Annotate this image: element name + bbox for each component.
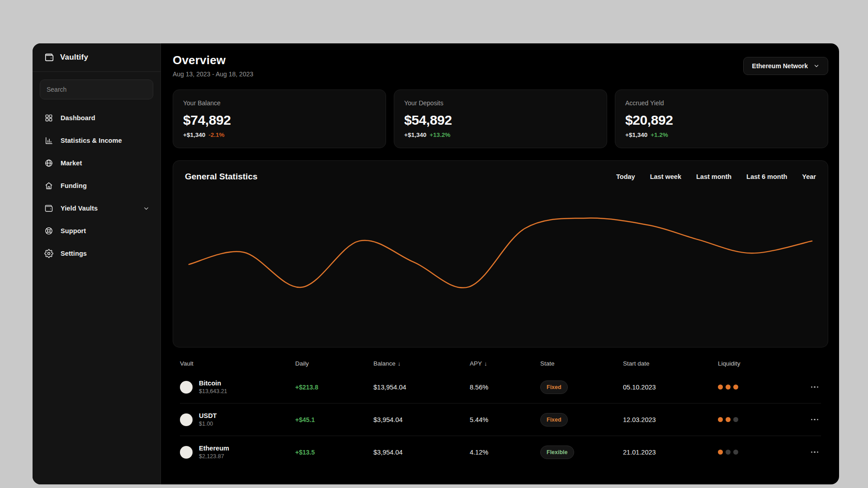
chevron-down-icon [143, 205, 150, 212]
sidebar-item-dashboard[interactable]: Dashboard [33, 107, 160, 129]
gear-icon [44, 249, 53, 258]
chart-line [189, 218, 812, 288]
chart-title: General Statistics [185, 172, 258, 182]
stat-percent: -2.1% [208, 131, 224, 138]
sidebar-item-support[interactable]: Support [33, 220, 160, 242]
time-filters: TodayLast weekLast monthLast 6 monthYear [616, 173, 816, 180]
page-title: Overview [173, 53, 253, 67]
sidebar-item-settings[interactable]: Settings [33, 242, 160, 265]
logo: Vaultify [33, 43, 160, 72]
row-more-button[interactable] [808, 449, 821, 456]
sidebar-item-label: Yield Vaults [61, 205, 98, 212]
apy-value: 5.44% [470, 416, 540, 423]
liquidity-indicator [718, 385, 794, 389]
stat-value: $74,892 [183, 113, 376, 128]
stat-value: $54,892 [404, 113, 597, 128]
sidebar-item-label: Settings [61, 250, 87, 257]
liquidity-dot [726, 385, 731, 389]
column-header-apy[interactable]: APY↓ [470, 360, 540, 367]
home-icon [44, 181, 53, 190]
stat-cards: Your Balance$74,892+$1,340-2.1%Your Depo… [173, 89, 828, 148]
app-title: Vaultify [60, 53, 88, 62]
vault-name: USDT [199, 412, 217, 419]
column-label: Liquidity [718, 360, 741, 367]
daily-change: +$213.8 [295, 384, 373, 391]
start-date: 21.01.2023 [623, 449, 718, 456]
state-badge: Flexible [540, 446, 574, 459]
column-header-balance[interactable]: Balance↓ [373, 360, 470, 367]
table-body: Bitcoin $13,643.21+$213.8$13,954.048.56%… [180, 371, 821, 468]
grid-icon [44, 113, 53, 122]
start-date: 12.03.2023 [623, 416, 718, 423]
sidebar-item-market[interactable]: Market [33, 152, 160, 174]
vault-avatar [180, 381, 193, 394]
network-selector[interactable]: Ethereum Network [743, 57, 828, 75]
sort-arrow-icon: ↓ [484, 360, 487, 367]
general-statistics-card: General Statistics TodayLast weekLast mo… [173, 160, 828, 347]
app-window: Vaultify DashboardStatistics & IncomeMar… [33, 43, 839, 484]
apy-value: 8.56% [470, 384, 540, 391]
sidebar-item-yield-vaults[interactable]: Yield Vaults [33, 197, 160, 220]
column-header-vault: Vault [180, 360, 295, 367]
vault-price: $1.00 [199, 421, 217, 427]
stat-value: $20,892 [625, 113, 818, 128]
vault-price: $13,643.21 [199, 388, 227, 394]
stat-percent: +1.2% [651, 131, 668, 138]
row-more-button[interactable] [808, 416, 821, 423]
sidebar-item-label: Statistics & Income [61, 137, 122, 144]
chevron-down-icon [813, 63, 820, 69]
search-input[interactable] [40, 80, 153, 99]
daily-change: +$45.1 [295, 416, 373, 423]
filter-today[interactable]: Today [616, 173, 635, 180]
wallet-icon [44, 52, 54, 62]
stat-label: Your Deposits [404, 99, 597, 107]
vaults-table: VaultDailyBalance↓APY↓StateStart dateLiq… [173, 356, 828, 468]
start-date: 05.10.2023 [623, 384, 718, 391]
sidebar-item-label: Funding [61, 182, 87, 189]
stat-label: Accrued Yield [625, 99, 818, 107]
column-label: State [540, 360, 555, 367]
liquidity-dot [718, 450, 723, 455]
filter-last-month[interactable]: Last month [696, 173, 731, 180]
sidebar: Vaultify DashboardStatistics & IncomeMar… [33, 43, 161, 484]
balance-value: $3,954.04 [373, 416, 470, 423]
bar-chart-icon [44, 136, 53, 145]
line-chart [185, 188, 816, 341]
vault-avatar [180, 413, 193, 426]
liquidity-dot [718, 385, 723, 389]
table-row-ethereum[interactable]: Ethereum $2,123.87+$13.5$3,954.044.12%Fl… [180, 436, 821, 468]
sidebar-item-label: Market [61, 160, 82, 167]
date-range: Aug 13, 2023 - Aug 18, 2023 [173, 70, 253, 78]
table-row-bitcoin[interactable]: Bitcoin $13,643.21+$213.8$13,954.048.56%… [180, 371, 821, 403]
state-badge: Fixed [540, 380, 568, 394]
apy-value: 4.12% [470, 449, 540, 456]
globe-icon [44, 159, 53, 168]
stat-card-your-deposits: Your Deposits$54,892+$1,340+13.2% [394, 89, 607, 148]
wallet-icon [44, 204, 53, 213]
liquidity-indicator [718, 417, 794, 422]
column-label: Daily [295, 360, 309, 367]
vault-price: $2,123.87 [199, 453, 229, 460]
liquidity-indicator [718, 450, 794, 455]
column-label: Vault [180, 360, 193, 367]
sidebar-item-label: Dashboard [61, 114, 95, 122]
table-row-usdt[interactable]: USDT $1.00+$45.1$3,954.045.44%Fixed12.03… [180, 403, 821, 436]
filter-last-week[interactable]: Last week [650, 173, 681, 180]
column-header-start-date: Start date [623, 360, 718, 367]
stat-delta: +$1,340 [625, 131, 647, 138]
column-label: Start date [623, 360, 650, 367]
sort-arrow-icon: ↓ [398, 360, 401, 367]
network-selector-label: Ethereum Network [752, 62, 808, 70]
table-header: VaultDailyBalance↓APY↓StateStart dateLiq… [180, 356, 821, 371]
filter-last-6-month[interactable]: Last 6 month [746, 173, 787, 180]
sidebar-item-funding[interactable]: Funding [33, 174, 160, 197]
lifebuoy-icon [44, 226, 53, 235]
state-badge: Fixed [540, 413, 568, 427]
row-more-button[interactable] [808, 384, 821, 391]
column-header-daily: Daily [295, 360, 373, 367]
liquidity-dot [733, 450, 738, 455]
sidebar-item-statistics-income[interactable]: Statistics & Income [33, 129, 160, 152]
liquidity-dot [726, 450, 731, 455]
vault-avatar [180, 446, 193, 459]
filter-year[interactable]: Year [802, 173, 816, 180]
